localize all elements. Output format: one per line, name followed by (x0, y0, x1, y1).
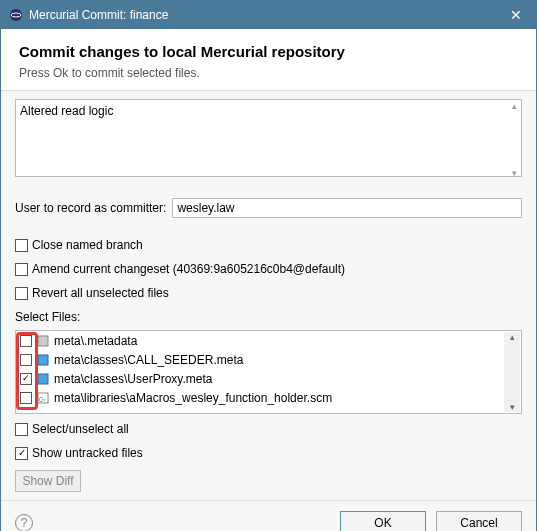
files-area: meta\.metadata meta\classes\CALL_SEEDER.… (15, 330, 522, 414)
file-row[interactable]: meta\.metadata (16, 331, 521, 350)
file-row[interactable]: 0₇ meta\libraries\aMacros_wesley_functio… (16, 388, 521, 407)
close-icon: ✕ (510, 7, 522, 23)
file-meta-icon (36, 353, 50, 367)
file-path: meta\.metadata (54, 334, 137, 348)
amend-row[interactable]: Amend current changeset (40369:9a605216c… (15, 260, 522, 278)
ok-button[interactable]: OK (340, 511, 426, 531)
close-branch-row[interactable]: Close named branch (15, 236, 522, 254)
dialog-footer: ? OK Cancel (1, 500, 536, 531)
file-row[interactable]: meta\classes\CALL_SEEDER.meta (16, 350, 521, 369)
file-path: meta\classes\CALL_SEEDER.meta (54, 353, 243, 367)
checkbox-icon[interactable] (20, 392, 32, 404)
file-path: meta\classes\UserProxy.meta (54, 372, 213, 386)
scroll-up-icon[interactable]: ▴ (510, 332, 515, 342)
scrollbar[interactable]: ▴ ▾ (504, 332, 520, 412)
dialog-body: ▴ ▾ User to record as committer: Close n… (1, 91, 536, 500)
scroll-down-icon[interactable]: ▾ (510, 402, 515, 412)
files-label: Select Files: (15, 310, 522, 324)
commit-message-input[interactable] (15, 99, 522, 177)
checkbox-icon[interactable] (15, 447, 28, 460)
show-diff-button[interactable]: Show Diff (15, 470, 81, 492)
committer-row: User to record as committer: (15, 198, 522, 218)
checkbox-icon[interactable] (15, 239, 28, 252)
checkbox-icon[interactable] (15, 287, 28, 300)
select-all-label: Select/unselect all (32, 422, 129, 436)
button-row: OK Cancel (340, 511, 522, 531)
file-path: meta\libraries\aMacros_wesley_function_h… (54, 391, 332, 405)
revert-label: Revert all unselected files (32, 286, 169, 300)
committer-label: User to record as committer: (15, 201, 166, 215)
svg-text:0₇: 0₇ (39, 396, 46, 403)
scroll-up-icon[interactable]: ▴ (508, 101, 520, 111)
eclipse-icon (9, 8, 23, 22)
amend-label: Amend current changeset (40369:9a605216c… (32, 262, 345, 276)
show-untracked-row[interactable]: Show untracked files (15, 444, 522, 462)
help-icon[interactable]: ? (15, 514, 33, 531)
svg-point-0 (10, 9, 22, 21)
svg-rect-4 (38, 374, 48, 384)
dialog-subheading: Press Ok to commit selected files. (19, 66, 518, 80)
file-generic-icon (36, 334, 50, 348)
file-list[interactable]: meta\.metadata meta\classes\CALL_SEEDER.… (15, 330, 522, 414)
cancel-button[interactable]: Cancel (436, 511, 522, 531)
select-all-row[interactable]: Select/unselect all (15, 420, 522, 438)
checkbox-icon[interactable] (20, 335, 32, 347)
checkbox-icon[interactable] (15, 423, 28, 436)
dialog-window: Mercurial Commit: finance ✕ Commit chang… (0, 0, 537, 531)
close-branch-label: Close named branch (32, 238, 143, 252)
header-region: Commit changes to local Mercurial reposi… (1, 29, 536, 91)
dialog-heading: Commit changes to local Mercurial reposi… (19, 43, 518, 60)
checkbox-icon[interactable] (15, 263, 28, 276)
commit-message-wrap: ▴ ▾ (15, 99, 522, 180)
close-button[interactable]: ✕ (496, 1, 536, 29)
show-untracked-label: Show untracked files (32, 446, 143, 460)
revert-row[interactable]: Revert all unselected files (15, 284, 522, 302)
checkbox-icon[interactable] (20, 354, 32, 366)
svg-rect-2 (38, 336, 48, 346)
file-row[interactable]: meta\classes\UserProxy.meta (16, 369, 521, 388)
committer-input[interactable] (172, 198, 522, 218)
titlebar: Mercurial Commit: finance ✕ (1, 1, 536, 29)
checkbox-icon[interactable] (20, 373, 32, 385)
window-title: Mercurial Commit: finance (29, 8, 168, 22)
file-meta-icon (36, 372, 50, 386)
scroll-down-icon[interactable]: ▾ (508, 168, 520, 178)
file-scm-icon: 0₇ (36, 391, 50, 405)
svg-rect-3 (38, 355, 48, 365)
